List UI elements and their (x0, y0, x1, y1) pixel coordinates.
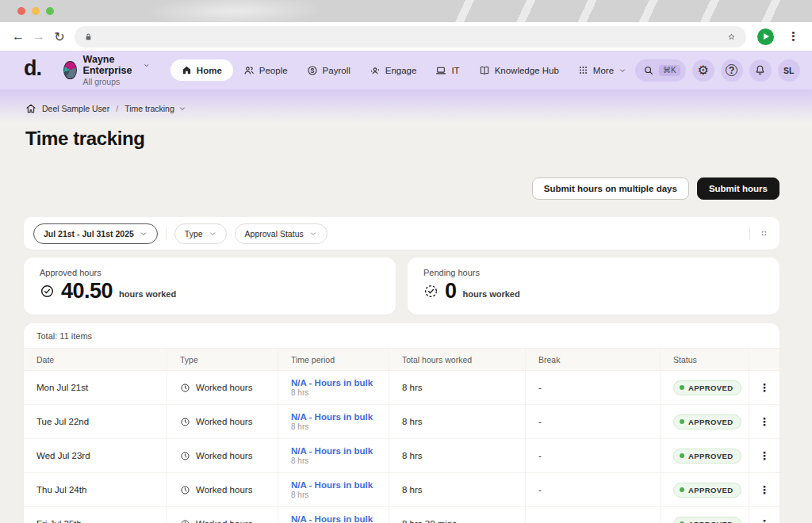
gear-icon: ⚙ (698, 63, 709, 78)
cell-date: Mon Jul 21st (24, 371, 167, 404)
type-filter[interactable]: Type (174, 223, 227, 244)
tab-label: Knowledge Hub (495, 66, 559, 75)
breadcrumb-label: Deel Sample User (42, 104, 109, 113)
check-dashed-circle-icon (423, 284, 439, 299)
time-period-sub: 8 hrs (291, 491, 389, 499)
minimize-window-button[interactable] (32, 7, 40, 15)
cell-date: Fri Jul 25th (24, 507, 167, 523)
macos-titlebar (0, 0, 812, 22)
tab-it[interactable]: IT (427, 59, 468, 82)
back-icon[interactable]: ← (8, 26, 29, 47)
table-header-row: Date Type Time period Total hours worked… (24, 348, 779, 371)
time-period-link[interactable]: N/A - Hours in bulk (291, 480, 389, 490)
org-switcher[interactable]: Wayne Enterprise All groups (63, 54, 150, 86)
approval-status-filter-label: Approval Status (245, 229, 304, 239)
breadcrumb-item-time-tracking[interactable]: Time tracking (124, 104, 186, 113)
cell-time-period: N/A - Hours in bulk8 hrs (278, 507, 389, 523)
address-bar[interactable] (75, 26, 746, 48)
cell-type: Worked hours (167, 473, 278, 506)
tab-label: Payroll (323, 66, 350, 75)
divider (749, 227, 750, 240)
chevron-down-icon (209, 230, 216, 238)
table-row: Tue Jul 22nd Worked hours N/A - Hours in… (24, 405, 779, 439)
column-header-type: Type (167, 349, 278, 370)
notifications-button[interactable] (749, 59, 772, 82)
laptop-icon (435, 65, 446, 76)
tab-more[interactable]: More (569, 59, 635, 81)
row-menu-icon[interactable]: ⋮ (759, 415, 770, 428)
tab-label: IT (451, 66, 459, 75)
chevron-down-icon (309, 230, 317, 238)
table-row: Wed Jul 23rd Worked hours N/A - Hours in… (24, 439, 779, 473)
nav-right-actions: ⌘K ⚙ ? SL (635, 59, 800, 82)
approved-hours-label: Approved hours (40, 268, 380, 277)
cell-status: APPROVED (660, 371, 749, 404)
bell-icon (754, 64, 766, 76)
type-filter-label: Type (185, 229, 203, 239)
row-menu-icon[interactable]: ⋮ (759, 381, 770, 394)
breadcrumb-separator: / (115, 104, 119, 113)
chevron-down-icon (178, 105, 186, 113)
reload-icon[interactable]: ↻ (49, 26, 70, 47)
time-period-link[interactable]: N/A - Hours in bulk (291, 378, 389, 387)
keyboard-shortcut-badge: ⌘K (659, 65, 680, 76)
zoom-window-button[interactable] (46, 7, 54, 15)
row-menu-icon[interactable]: ⋮ (759, 483, 770, 496)
tab-people[interactable]: People (235, 59, 297, 82)
extension-icon[interactable] (757, 29, 774, 45)
grid-icon (578, 65, 588, 75)
row-menu-icon[interactable]: ⋮ (759, 449, 770, 462)
bookmark-star-icon[interactable] (726, 31, 737, 43)
page-title: Time tracking (25, 128, 144, 150)
clock-icon (180, 485, 190, 495)
help-button[interactable]: ? (721, 59, 743, 82)
submit-hours-multiple-days-button[interactable]: Submit hours on multiple days (532, 178, 689, 200)
search-icon (643, 65, 654, 76)
close-window-button[interactable] (17, 7, 25, 15)
tab-payroll[interactable]: Payroll (298, 59, 359, 82)
cell-break: - (525, 371, 660, 404)
table-total-count: Total: 11 items (24, 323, 779, 348)
cell-break: - (525, 405, 660, 438)
time-period-link[interactable]: N/A - Hours in bulk (291, 446, 389, 456)
pending-hours-unit: hours worked (463, 289, 520, 299)
approval-status-filter[interactable]: Approval Status (235, 223, 327, 244)
tab-knowledge-hub[interactable]: Knowledge Hub (470, 59, 568, 82)
people-icon (243, 65, 255, 76)
column-header-total-hours: Total hours worked (389, 349, 525, 370)
time-period-sub: 8 hrs (291, 456, 389, 465)
fullscreen-icon[interactable] (758, 227, 770, 239)
filter-bar: Jul 21st - Jul 31st 2025 Type Approval S… (24, 217, 779, 250)
submit-hours-button[interactable]: Submit hours (697, 178, 779, 200)
breadcrumb-item-user[interactable]: Deel Sample User (42, 104, 109, 113)
time-period-link[interactable]: N/A - Hours in bulk (291, 514, 389, 523)
clock-icon (180, 383, 190, 393)
lock-icon[interactable] (83, 32, 94, 42)
chevron-down-icon (140, 230, 147, 238)
cell-date: Thu Jul 24th (24, 473, 167, 506)
deel-logo[interactable]: d. (24, 58, 41, 82)
forward-icon[interactable]: → (29, 26, 49, 47)
browser-menu-icon[interactable]: ⋮ (783, 29, 804, 44)
engage-icon (370, 65, 381, 76)
time-period-link[interactable]: N/A - Hours in bulk (291, 412, 389, 422)
cell-time-period: N/A - Hours in bulk8 hrs (278, 473, 389, 506)
cell-total-hours: 8 hrs (389, 473, 525, 506)
tab-engage[interactable]: Engage (361, 59, 426, 82)
user-avatar[interactable]: SL (778, 59, 800, 82)
column-header-actions (749, 349, 779, 370)
tab-home[interactable]: Home (170, 59, 233, 81)
date-range-label: Jul 21st - Jul 31st 2025 (44, 229, 134, 239)
cell-break: - (525, 473, 660, 506)
summary-cards: Approved hours 40.50 hours worked Pendin… (24, 258, 779, 315)
type-label: Worked hours (196, 451, 252, 460)
home-breadcrumb-icon[interactable] (25, 103, 36, 114)
search-button[interactable]: ⌘K (635, 59, 686, 82)
row-menu-icon[interactable]: ⋮ (759, 517, 770, 523)
clock-icon (180, 519, 190, 523)
time-period-sub: 8 hrs (291, 422, 389, 431)
date-range-filter[interactable]: Jul 21st - Jul 31st 2025 (33, 223, 158, 244)
pending-hours-label: Pending hours (423, 268, 764, 277)
cell-break: - (525, 507, 660, 523)
settings-button[interactable]: ⚙ (692, 59, 714, 82)
